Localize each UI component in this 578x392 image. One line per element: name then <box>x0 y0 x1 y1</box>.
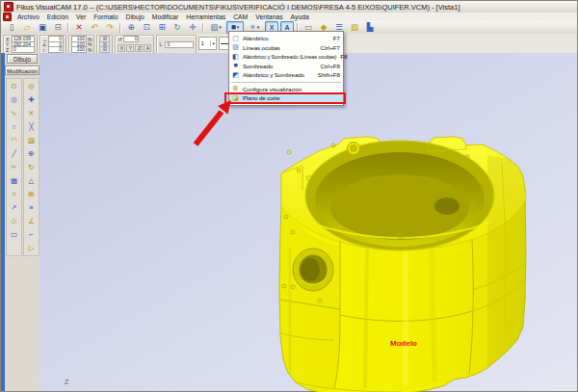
menu-item-plano-de-corte[interactable]: ◪ Plano de corte <box>229 93 343 103</box>
point-tool-icon[interactable]: ⊙ <box>8 80 20 92</box>
diamond-tool-icon[interactable]: ◇ <box>8 215 20 227</box>
rectangle-tool-icon[interactable]: ▭ <box>8 228 20 241</box>
rotation-field[interactable]: 0 <box>123 36 139 42</box>
menu-item-configura-visualizacion[interactable]: ⚙ Configura visualización <box>229 85 343 94</box>
hatch-tool-icon[interactable]: ▨ <box>25 134 38 146</box>
toolbar-separator <box>119 23 121 33</box>
print-icon[interactable]: ⊟ <box>51 21 65 34</box>
scale-tool-icon[interactable]: △ <box>25 174 38 187</box>
menu-ventanas[interactable]: Ventanas <box>251 13 286 21</box>
menu-modificar[interactable]: Modificar <box>148 13 183 21</box>
tab-dibujo[interactable]: Dibujo <box>7 54 38 64</box>
delete-icon[interactable]: ✕ <box>72 21 86 34</box>
axis-z-button[interactable]: Z <box>135 44 143 52</box>
cutting-plane-icon: ◪ <box>231 94 240 102</box>
length-label: L <box>159 41 164 47</box>
line-tool-icon[interactable]: ╱ <box>8 147 20 160</box>
rotate-ccw-icon: ↺ <box>118 37 122 42</box>
arc-tool-icon[interactable]: ◠ <box>8 134 20 146</box>
array-tool-icon[interactable]: ⊞ <box>25 188 38 200</box>
offset-tool-icon[interactable]: ⊕ <box>25 147 38 160</box>
length-group: L0 <box>156 35 197 54</box>
add-tool-icon[interactable]: ✚ <box>25 93 38 106</box>
rotate-view-icon[interactable]: ↻ <box>171 21 184 34</box>
height-arrow-icon: ↕ <box>42 47 47 53</box>
chevron-down-icon: ▾ <box>210 40 215 46</box>
menu-dibujo[interactable]: Dibujo <box>121 13 147 21</box>
menu-ver[interactable]: Ver <box>72 13 90 21</box>
left-tool-dock: Dibujo Modificación ⊙◎∿○◠╱✂▦≈↗◇▭ ◎✚✕╳▨⊕↻… <box>1 53 39 391</box>
open-folder-icon[interactable]: ▱ <box>20 21 34 34</box>
toolbar-separator <box>67 23 69 33</box>
menu-formato[interactable]: Formato <box>90 13 121 21</box>
percent-label: % <box>88 47 92 53</box>
menu-edicion[interactable]: Edición <box>43 13 72 21</box>
polyline-tool-icon[interactable]: ∿ <box>8 107 20 119</box>
save-icon[interactable]: ▣ <box>36 21 49 34</box>
layer-select[interactable]: 1▾ <box>198 37 217 50</box>
menu-herramientas[interactable]: Herramientas <box>182 13 229 21</box>
length-field[interactable]: 0 <box>165 41 194 48</box>
tool-palette: ⊙◎∿○◠╱✂▦≈↗◇▭ ◎✚✕╳▨⊕↻△⊞≡∠⌐▷ <box>6 78 39 256</box>
box-icon[interactable]: ▧ <box>348 21 361 34</box>
circle-tool-icon[interactable]: ○ <box>8 120 20 133</box>
wire-shaded-hidden-cube-icon: ◧ <box>231 53 240 61</box>
new-file-icon[interactable]: ▯ <box>5 21 18 34</box>
move-tool-icon[interactable]: ↗ <box>8 201 20 214</box>
rotate-tool-icon[interactable]: ↻ <box>25 161 38 173</box>
corner-tool-icon[interactable]: ▷ <box>25 242 38 254</box>
shading-dropdown-menu: ▢ Alámbrico F7 ▨ Líneas ocultas Ctrl+F7 … <box>228 31 344 106</box>
zoom-in-icon[interactable]: ⊕ <box>124 21 138 34</box>
layer-value: 1 <box>200 40 210 46</box>
document-icon[interactable] <box>3 13 12 21</box>
coordinates-group: X128.039 Y292.204 Z0 <box>3 35 38 54</box>
join-tool-icon[interactable]: ≡ <box>25 201 38 214</box>
fit-view-icon[interactable]: ⊞ <box>155 21 169 34</box>
target-tool-icon[interactable]: ◎ <box>25 80 38 92</box>
snap-tool-icon[interactable]: ◎ <box>8 93 20 106</box>
menu-ayuda[interactable]: Ayuda <box>287 13 313 21</box>
redo-icon[interactable]: ↷ <box>103 21 117 34</box>
model-annotation-label: Modelo <box>390 339 417 348</box>
pan-icon[interactable]: ✛ <box>186 21 199 34</box>
mirror-tool-icon[interactable]: ╳ <box>25 120 38 133</box>
window-title: Fikus VisualCAM 17.0 -- (C:\USERS\HECTOR… <box>16 3 460 12</box>
drawing-tools-column: ⊙◎∿○◠╱✂▦≈↗◇▭ <box>6 78 22 256</box>
wire-shaded-cube-icon: ◩ <box>231 71 240 79</box>
erase-tool-icon[interactable]: ✕ <box>25 107 38 119</box>
hidden-lines-cube-icon: ▨ <box>231 43 240 51</box>
menu-item-alambrico[interactable]: ▢ Alámbrico F7 <box>229 34 343 43</box>
grid-tool-icon[interactable]: ▦ <box>8 174 20 187</box>
menu-separator <box>231 82 341 83</box>
menu-item-alambrico-sombreado[interactable]: ◩ Alámbrico y Sombreado Shift+F8 <box>229 70 343 80</box>
tab-modificacion[interactable]: Modificación <box>5 65 39 75</box>
rotation-group: ↺0 X Y Z A <box>115 35 154 54</box>
spline-tool-icon[interactable]: ≈ <box>8 188 20 200</box>
shaded-cube-icon: ■ <box>231 62 240 69</box>
app-logo-icon <box>4 2 13 12</box>
axis-y-button[interactable]: Y <box>126 44 134 52</box>
offsets-group: ↔0 ∠0 ↕0 <box>39 35 66 54</box>
snap-buttons-group: ⊞ ⊞ ⊞ <box>96 35 113 54</box>
view-orientation-icon[interactable]: ▧ <box>207 21 224 34</box>
axis-a-button[interactable]: A <box>144 44 151 52</box>
scale-group: 100% 100% 100% <box>68 35 94 54</box>
z-coord-label: Z <box>6 47 11 53</box>
menu-cam[interactable]: CAM <box>229 13 251 21</box>
toolbar-separator <box>202 23 204 33</box>
trim-tool-icon[interactable]: ✂ <box>8 161 20 173</box>
zoom-window-icon[interactable]: ⊡ <box>140 21 153 34</box>
axis-x-button[interactable]: X <box>118 44 125 52</box>
configure-display-icon: ⚙ <box>231 85 240 92</box>
menu-archivo[interactable]: Archivo <box>13 13 43 21</box>
modification-tools-column: ◎✚✕╳▨⊕↻△⊞≡∠⌐▷ <box>23 78 39 256</box>
menu-item-sombreado[interactable]: ■ Sombreado Ctrl+F8 <box>229 62 343 71</box>
menu-item-alambrico-sombreado-ocultas[interactable]: ◧ Alámbrico y Sombreado (Líneas ocultas)… <box>229 52 343 62</box>
z-axis-label: Z <box>65 379 68 385</box>
step-icon[interactable]: ▙ <box>363 21 377 34</box>
measure-tool-icon[interactable]: ⌐ <box>25 228 38 241</box>
angle-tool-icon[interactable]: ∠ <box>25 215 38 227</box>
menu-item-lineas-ocultas[interactable]: ▨ Líneas ocultas Ctrl+F7 <box>229 43 343 53</box>
app-window: Fikus VisualCAM 17.0 -- (C:\USERS\HECTOR… <box>0 0 578 392</box>
undo-icon[interactable]: ↶ <box>88 21 101 34</box>
